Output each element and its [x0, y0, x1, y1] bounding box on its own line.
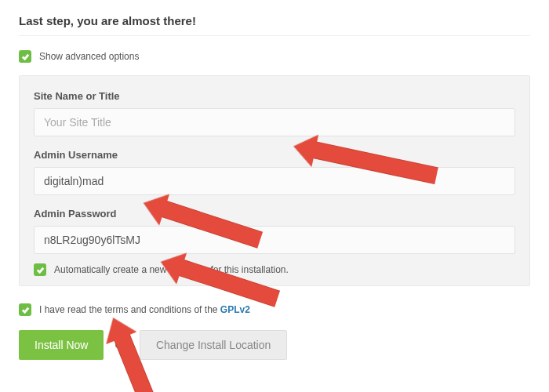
check-icon [21, 53, 30, 61]
admin-password-label: Admin Password [34, 208, 515, 220]
or-separator: OR [115, 340, 129, 350]
check-icon [36, 266, 45, 274]
change-install-location-button[interactable]: Change Install Location [140, 330, 287, 360]
auto-database-label: Automatically create a new database for … [54, 264, 289, 275]
advanced-options-panel: Site Name or Title Admin Username Admin … [19, 75, 530, 286]
admin-password-input[interactable] [34, 226, 515, 254]
site-name-label: Site Name or Title [34, 90, 515, 102]
gpl-link[interactable]: GPLv2 [220, 304, 250, 315]
advanced-options-row[interactable]: Show advanced options [19, 50, 530, 63]
advanced-options-checkbox[interactable] [19, 50, 31, 63]
admin-username-input[interactable] [34, 167, 515, 195]
auto-database-row[interactable]: Automatically create a new database for … [34, 263, 515, 276]
auto-database-checkbox[interactable] [34, 263, 46, 276]
terms-checkbox[interactable] [19, 303, 31, 316]
install-now-button[interactable]: Install Now [19, 330, 104, 360]
terms-row[interactable]: I have read the terms and conditions of … [19, 303, 530, 316]
site-name-input[interactable] [34, 108, 515, 136]
advanced-options-label: Show advanced options [39, 51, 139, 62]
step-heading: Last step, you are almost there! [19, 14, 530, 36]
admin-username-label: Admin Username [34, 149, 515, 161]
terms-text: I have read the terms and conditions of … [39, 304, 250, 315]
check-icon [21, 306, 30, 314]
button-row: Install Now OR Change Install Location [19, 330, 530, 360]
